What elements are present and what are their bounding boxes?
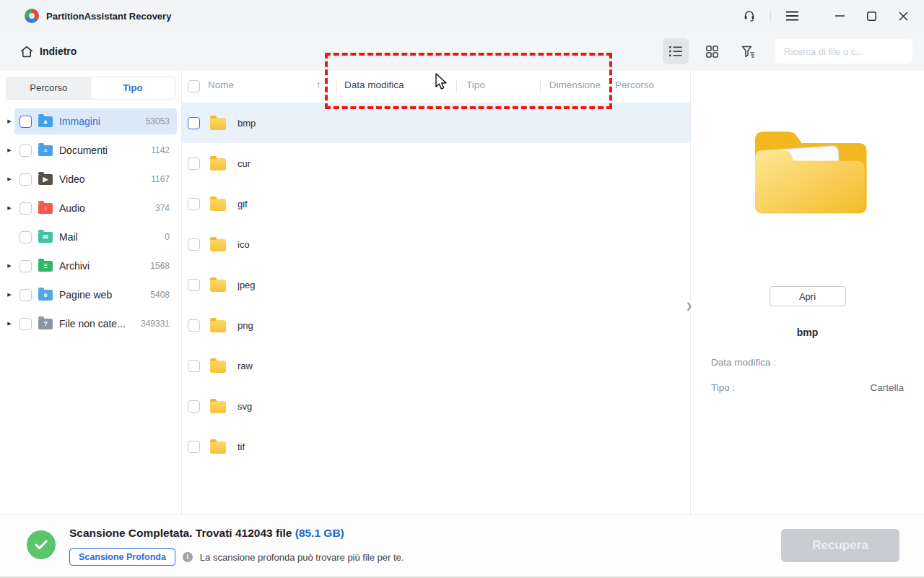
mail-folder-icon: ✉ bbox=[38, 232, 53, 243]
sidebar-item-count: 5408 bbox=[150, 290, 170, 300]
tab-tipo[interactable]: Tipo bbox=[91, 77, 175, 99]
sidebar-item-label: Pagine web bbox=[59, 289, 112, 301]
checkbox[interactable] bbox=[19, 202, 32, 215]
folder-icon bbox=[210, 401, 226, 413]
table-row[interactable]: tif bbox=[182, 426, 690, 467]
row-checkbox[interactable] bbox=[188, 279, 200, 291]
sidebar-item-count: 1167 bbox=[151, 174, 170, 184]
folder-icon bbox=[210, 199, 226, 211]
expand-arrow-icon[interactable]: ▶ bbox=[4, 176, 14, 182]
column-header-nome[interactable]: Nome bbox=[208, 79, 234, 90]
sidebar-item-count: 1142 bbox=[151, 145, 170, 155]
row-checkbox[interactable] bbox=[188, 319, 200, 332]
minimize-button[interactable] bbox=[829, 5, 850, 27]
sidebar-item[interactable]: ▶ ▶ Video 1167 bbox=[0, 165, 181, 194]
row-checkbox[interactable] bbox=[188, 360, 200, 372]
app-logo-icon bbox=[25, 9, 39, 23]
filter-button[interactable] bbox=[735, 38, 761, 64]
table-row[interactable]: png bbox=[182, 305, 690, 345]
checkbox[interactable] bbox=[19, 260, 32, 272]
expand-arrow-icon[interactable]: ▶ bbox=[4, 321, 14, 327]
select-all-checkbox[interactable] bbox=[188, 80, 200, 92]
sidebar-item-label: Archivi bbox=[59, 260, 90, 272]
field-label: Tipo : bbox=[711, 382, 735, 397]
table-row[interactable]: cur bbox=[182, 143, 690, 184]
row-checkbox[interactable] bbox=[188, 158, 200, 170]
column-header-data-modifica[interactable]: Data modifica bbox=[344, 79, 404, 90]
video-folder-icon: ▶ bbox=[38, 174, 53, 185]
column-header-tipo[interactable]: Tipo bbox=[466, 79, 485, 90]
grid-view-button[interactable] bbox=[699, 38, 725, 64]
filter-icon bbox=[741, 46, 755, 58]
table-row[interactable]: ico bbox=[182, 224, 690, 264]
close-button[interactable] bbox=[892, 5, 914, 27]
maximize-button[interactable] bbox=[860, 5, 882, 27]
sidebar-item[interactable]: ▶ ♪ Audio 374 bbox=[0, 194, 181, 223]
support-headset-icon[interactable] bbox=[738, 5, 760, 27]
row-checkbox[interactable] bbox=[188, 441, 200, 453]
table-row[interactable]: raw bbox=[182, 345, 690, 386]
scan-size-text: (85.1 GB) bbox=[295, 527, 344, 539]
sidebar-item[interactable]: ▶ ? File non cate... 349331 bbox=[0, 309, 181, 338]
row-folder-name: jpeg bbox=[237, 280, 256, 290]
open-button[interactable]: Apri bbox=[770, 286, 846, 306]
field-value: Cartella bbox=[870, 382, 904, 397]
menu-icon[interactable] bbox=[781, 5, 803, 27]
row-checkbox[interactable] bbox=[188, 238, 200, 251]
sidebar-item[interactable]: ▶ ▲ Immagini 53053 bbox=[0, 107, 181, 136]
row-folder-name: svg bbox=[237, 401, 252, 412]
expand-arrow-icon[interactable]: ▶ bbox=[4, 292, 14, 298]
expand-arrow-icon[interactable]: ▶ bbox=[4, 147, 14, 153]
tab-percorso[interactable]: Percorso bbox=[6, 77, 91, 99]
sidebar-item-count: 53053 bbox=[146, 116, 170, 126]
column-header-dimensione[interactable]: Dimensione bbox=[549, 79, 601, 90]
row-folder-name: tif bbox=[237, 441, 245, 452]
deep-scan-hint: La scansione profonda può trovare più fi… bbox=[200, 552, 404, 563]
content-area: Percorso Tipo ▶ ▲ Immagini 53053 ▶ bbox=[0, 71, 924, 514]
status-bar: Scansione Completata. Trovati 412043 fil… bbox=[0, 514, 924, 578]
checkbox[interactable] bbox=[19, 289, 32, 301]
sidebar-tabs: Percorso Tipo bbox=[6, 77, 175, 100]
back-home-button[interactable]: Indietro bbox=[20, 46, 77, 58]
checkbox[interactable] bbox=[19, 116, 32, 128]
table-row[interactable]: svg bbox=[182, 386, 690, 426]
expand-arrow-icon[interactable]: ▶ bbox=[4, 263, 14, 269]
table-row[interactable]: bmp bbox=[182, 103, 690, 143]
checkbox[interactable] bbox=[19, 231, 32, 243]
sidebar-item-label: Video bbox=[59, 173, 85, 185]
list-view-button[interactable] bbox=[663, 38, 689, 64]
row-folder-name: gif bbox=[237, 199, 248, 210]
sidebar-item[interactable]: ▶ ✉ Mail 0 bbox=[0, 223, 181, 251]
row-checkbox[interactable] bbox=[188, 400, 200, 413]
sidebar-item-count: 0 bbox=[165, 232, 170, 242]
checkbox[interactable] bbox=[19, 144, 32, 157]
sidebar-item[interactable]: ▶ Ξ Archivi 1568 bbox=[0, 251, 181, 280]
row-folder-name: bmp bbox=[237, 118, 256, 129]
audio-folder-icon: ♪ bbox=[38, 203, 53, 214]
sort-ascending-icon[interactable]: ↑ bbox=[316, 79, 321, 90]
panel-collapse-chevron-icon[interactable]: ❯ bbox=[686, 301, 692, 311]
row-folder-name: raw bbox=[237, 361, 253, 371]
search-input[interactable] bbox=[784, 46, 911, 57]
webpages-folder-icon: e bbox=[38, 290, 53, 301]
table-row[interactable]: jpeg bbox=[182, 264, 690, 305]
checkbox[interactable] bbox=[19, 318, 32, 330]
folder-icon bbox=[210, 158, 226, 171]
deep-scan-button[interactable]: Scansione Profonda bbox=[69, 548, 175, 566]
recover-button[interactable]: Recupera bbox=[781, 529, 899, 562]
column-header-percorso[interactable]: Percorso bbox=[615, 79, 654, 90]
sidebar-item[interactable]: ▶ ≡ Documenti 1142 bbox=[0, 136, 181, 165]
sidebar-item[interactable]: ▶ e Pagine web 5408 bbox=[0, 280, 181, 309]
scan-status-message: Scansione Completata. Trovati 412043 fil… bbox=[69, 527, 344, 540]
sidebar-item-count: 1568 bbox=[150, 261, 170, 271]
row-folder-name: png bbox=[237, 320, 253, 331]
row-checkbox[interactable] bbox=[188, 198, 200, 210]
checkbox[interactable] bbox=[19, 173, 32, 186]
table-header: Nome ↑ Data modifica Tipo Dimensione Per… bbox=[182, 71, 690, 103]
table-row[interactable]: gif bbox=[182, 184, 690, 224]
row-checkbox[interactable] bbox=[188, 117, 200, 129]
folder-icon bbox=[210, 239, 226, 251]
sidebar-item-label: Immagini bbox=[59, 116, 100, 127]
expand-arrow-icon[interactable]: ▶ bbox=[4, 205, 14, 211]
expand-arrow-icon[interactable]: ▶ bbox=[4, 118, 14, 124]
